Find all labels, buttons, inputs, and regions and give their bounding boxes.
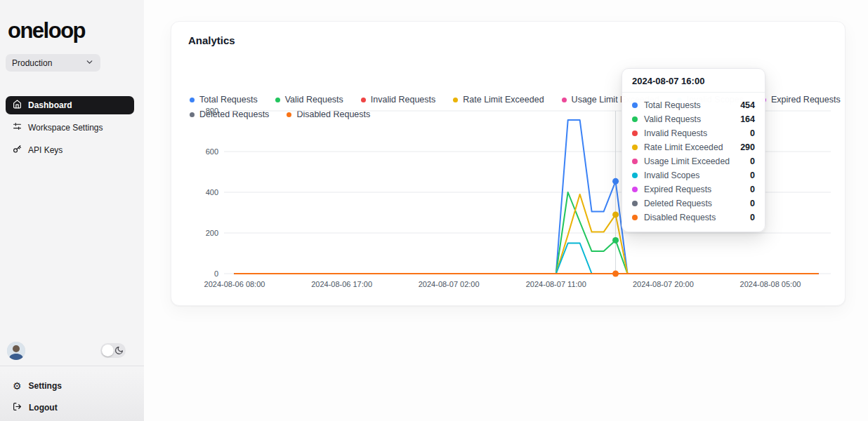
tooltip-series-name: Usage Limit Exceeded [644, 156, 730, 166]
tooltip-series-dot-icon [632, 131, 638, 136]
tooltip-series-value: 454 [740, 100, 755, 110]
tooltip-series-dot-icon [632, 201, 638, 206]
x-axis-tick-label: 2024-08-08 05:00 [740, 280, 801, 288]
sidebar-item-label: API Keys [28, 145, 63, 155]
y-axis-tick-label: 0 [214, 269, 218, 278]
tooltip-series-name: Invalid Scopes [644, 171, 699, 180]
legend-item[interactable]: Valid Requests [275, 95, 343, 105]
tooltip-timestamp: 2024-08-07 16:00 [622, 69, 765, 93]
tooltip-row: Expired Requests0 [632, 182, 755, 196]
tooltip-series-dot-icon [632, 116, 638, 122]
tooltip-series-name: Expired Requests [644, 185, 711, 194]
tooltip-row: Invalid Scopes0 [632, 168, 755, 182]
hover-marker [612, 237, 619, 243]
legend-label: Total Requests [199, 95, 258, 105]
theme-toggle[interactable] [100, 343, 126, 358]
sidebar-item-settings[interactable]: ⚙ Settings [13, 381, 62, 391]
sidebar-nav: Dashboard Workspace Settings API Keys [6, 96, 134, 159]
tooltip-series-value: 0 [750, 185, 755, 194]
tooltip-series-dot-icon [632, 145, 638, 150]
tooltip-series-value: 0 [750, 128, 755, 138]
hover-marker [612, 271, 619, 277]
legend-dot-icon [275, 98, 280, 102]
tooltip-series-name: Deleted Requests [644, 199, 712, 208]
tooltip-series-name: Valid Requests [644, 114, 701, 124]
tooltip-row: Total Requests454 [632, 98, 755, 112]
legend-label: Invalid Requests [371, 95, 435, 105]
tooltip-series-value: 290 [740, 142, 755, 152]
tooltip-row: Disabled Requests0 [632, 210, 755, 225]
sliders-icon [13, 122, 22, 133]
tooltip-series-dot-icon [632, 102, 638, 108]
tooltip-series-dot-icon [632, 159, 638, 164]
tooltip-row: Deleted Requests0 [632, 196, 755, 210]
legend-dot-icon [361, 98, 366, 102]
app-window: oneloop Production Dashboard Workspace S… [0, 0, 868, 421]
oneloop-logo: oneloop [8, 18, 85, 44]
x-axis-tick-label: 2024-08-06 17:00 [311, 280, 372, 288]
theme-toggle-knob [102, 345, 114, 356]
tooltip-row: Rate Limit Exceeded290 [632, 140, 755, 154]
legend-item[interactable]: Rate Limit Exceeded [453, 95, 544, 105]
tooltip-series-value: 0 [750, 171, 755, 180]
legend-dot-icon [453, 98, 458, 102]
tooltip-series-name: Rate Limit Exceeded [644, 142, 723, 152]
key-icon [13, 145, 22, 156]
x-axis-tick-label: 2024-08-07 20:00 [633, 280, 694, 288]
tooltip-series-dot-icon [632, 173, 638, 178]
sidebar-item-api-keys[interactable]: API Keys [6, 141, 134, 159]
chevron-down-icon [85, 57, 94, 69]
tooltip-series-value: 164 [740, 114, 755, 124]
tooltip-row: Usage Limit Exceeded0 [632, 154, 755, 168]
analytics-card: Analytics Total RequestsValid RequestsIn… [171, 21, 846, 306]
x-axis-tick-label: 2024-08-07 02:00 [419, 280, 480, 288]
tooltip-series-value: 0 [750, 199, 755, 208]
card-title: Analytics [188, 34, 235, 46]
sidebar-item-label: Workspace Settings [28, 123, 103, 133]
tooltip-series-name: Total Requests [644, 100, 701, 110]
tooltip-series-name: Disabled Requests [644, 213, 716, 222]
moon-icon [114, 345, 124, 358]
hover-marker [612, 178, 619, 185]
environment-selector-value: Production [12, 58, 85, 68]
series-line [235, 243, 818, 274]
environment-selector[interactable]: Production [6, 54, 100, 72]
legend-dot-icon [190, 98, 195, 102]
legend-label: Valid Requests [285, 95, 343, 105]
tooltip-row: Valid Requests164 [632, 112, 755, 126]
x-axis-tick-label: 2024-08-07 11:00 [526, 280, 586, 288]
sidebar-item-logout[interactable]: Logout [13, 402, 58, 413]
legend-item[interactable]: Invalid Requests [361, 95, 435, 105]
sidebar-item-dashboard[interactable]: Dashboard [6, 96, 134, 114]
tooltip-series-dot-icon [632, 187, 638, 192]
sidebar-item-workspace-settings[interactable]: Workspace Settings [6, 119, 134, 137]
y-axis-tick-label: 400 [206, 188, 218, 196]
tooltip-body: Total Requests454Valid Requests164Invali… [622, 93, 765, 232]
hover-marker [612, 211, 619, 218]
legend-item[interactable]: Total Requests [190, 95, 258, 105]
sidebar-divider [0, 366, 144, 366]
gear-icon: ⚙ [13, 381, 22, 391]
tooltip-row: Invalid Requests0 [632, 126, 755, 140]
y-axis-tick-label: 200 [206, 229, 218, 237]
logout-label: Logout [29, 403, 58, 413]
logout-icon [13, 402, 22, 413]
y-axis-tick-label: 600 [206, 147, 218, 156]
tooltip-series-dot-icon [632, 215, 638, 220]
sidebar-item-label: Dashboard [28, 100, 72, 110]
chart-tooltip: 2024-08-07 16:00 Total Requests454Valid … [622, 68, 765, 232]
settings-label: Settings [29, 381, 62, 391]
y-axis-tick-label: 800 [206, 107, 218, 115]
sidebar: oneloop Production Dashboard Workspace S… [0, 0, 144, 421]
tooltip-series-value: 0 [750, 156, 755, 166]
legend-item[interactable]: Expired Requests [761, 95, 841, 105]
avatar[interactable] [7, 342, 25, 360]
x-axis-tick-label: 2024-08-06 08:00 [204, 280, 265, 288]
tooltip-series-value: 0 [750, 213, 755, 222]
legend-label: Rate Limit Exceeded [463, 95, 544, 105]
tooltip-series-name: Invalid Requests [644, 128, 707, 138]
legend-label: Expired Requests [771, 95, 841, 105]
home-icon [13, 100, 22, 111]
legend-dot-icon [562, 98, 567, 102]
